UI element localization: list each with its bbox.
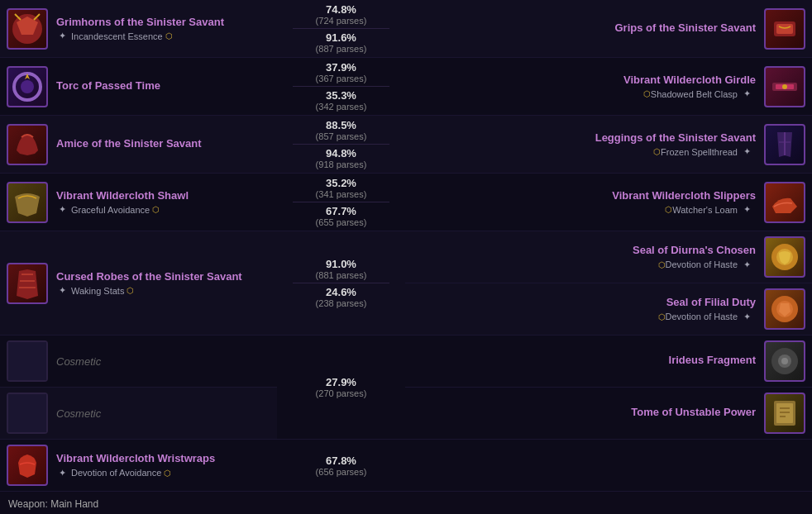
- gem-icon-8: ⬡: [658, 312, 666, 321]
- left-percent-2: 37.9%: [326, 61, 356, 74]
- enchant-icon-7: ✦: [741, 259, 752, 270]
- left-item-shawl: Vibrant Wildercloth Shawl ✦ Graceful Avo…: [0, 174, 277, 231]
- left-item-amice: Amice of the Sinister Savant: [0, 116, 277, 173]
- girdle-icon: [764, 66, 805, 107]
- right-percent-1: 91.6%: [326, 31, 356, 44]
- svg-point-7: [782, 84, 787, 89]
- shawl-name: Vibrant Wildercloth Shawl: [56, 189, 270, 202]
- irideus-name: Irideus Fragment: [412, 354, 756, 366]
- filial-name: Seal of Filial Duty: [412, 296, 756, 308]
- left-parses-5: (881 parses): [316, 270, 367, 280]
- wristwraps-stats: 67.8% (656 parses): [277, 440, 405, 491]
- grimhorns-enchant: ✦ Incandescent Essence ⬡: [56, 31, 270, 42]
- girdle-name: Vibrant Wildercloth Girdle: [412, 74, 756, 86]
- slippers-enchant: ⬡ Watcher's Loam ✦: [412, 204, 756, 216]
- row-6: Cosmetic Cosmetic 27.9% (270 parses): [0, 336, 812, 440]
- irideus-info: Irideus Fragment: [412, 354, 756, 369]
- tome-info: Tome of Unstable Power: [412, 406, 756, 421]
- right-percent-4: 67.7%: [326, 205, 356, 217]
- wristwraps-icon: [7, 445, 48, 486]
- slippers-icon: [764, 182, 805, 223]
- row-3: Amice of the Sinister Savant 88.5% (857 …: [0, 116, 812, 174]
- right-parses-2: (342 parses): [316, 102, 367, 112]
- right-percent-2: 35.3%: [326, 89, 356, 102]
- left-parses-4: (341 parses): [316, 189, 367, 199]
- torc-icon: [7, 66, 48, 107]
- svg-rect-2: [776, 24, 793, 34]
- right-item-girdle: Vibrant Wildercloth Girdle ⬡ Shadowed Be…: [405, 58, 812, 115]
- filial-icon: [764, 288, 805, 330]
- leggings-name: Leggings of the Sinister Savant: [412, 131, 756, 144]
- enchant-icon-5: ✦: [741, 204, 752, 216]
- enchant-icon-6: ✦: [56, 285, 68, 297]
- girdle-enchant: ⬡ Shadowed Belt Clasp ✦: [412, 88, 756, 100]
- cosmetic-2-icon: [7, 393, 48, 434]
- gem-icon-9: ⬡: [164, 469, 171, 478]
- cosmetic-1-row: Cosmetic: [0, 336, 277, 388]
- gem-icon-6: ⬡: [127, 286, 134, 295]
- enchant-icon: ✦: [56, 31, 68, 42]
- cosmetic-1-label: Cosmetic: [56, 355, 101, 368]
- wristwraps-info: Vibrant Wildercloth Wristwraps ✦ Devotio…: [56, 452, 270, 478]
- svg-point-16: [781, 358, 788, 364]
- cosmetic-2-label: Cosmetic: [56, 407, 101, 420]
- left-item-wristwraps: Vibrant Wildercloth Wristwraps ✦ Devotio…: [0, 440, 277, 491]
- row-4: Vibrant Wildercloth Shawl ✦ Graceful Avo…: [0, 174, 812, 231]
- svg-rect-18: [776, 403, 793, 423]
- slippers-info: Vibrant Wildercloth Slippers ⬡ Watcher's…: [412, 189, 756, 216]
- torc-info: Torc of Passed Time: [56, 79, 270, 94]
- amice-icon: [7, 124, 48, 165]
- center-stats-1: 74.8% (724 parses) 91.6% (887 parses): [277, 0, 405, 57]
- grips-name: Grips of the Sinister Savant: [412, 21, 756, 34]
- shawl-enchant: ✦ Graceful Avoidance ⬡: [56, 204, 270, 216]
- gem-icon-5: ⬡: [665, 205, 672, 214]
- left-percent-5: 91.0%: [326, 258, 356, 270]
- grimhorns-icon: [7, 8, 48, 50]
- right-parses-6: (270 parses): [316, 388, 367, 398]
- gem-icon-7: ⬡: [658, 260, 666, 269]
- right-diurna: Seal of Diurna's Chosen ⬡ Devotion of Ha…: [405, 231, 812, 283]
- shawl-info: Vibrant Wildercloth Shawl ✦ Graceful Avo…: [56, 189, 270, 216]
- wristwraps-name: Vibrant Wildercloth Wristwraps: [56, 452, 270, 464]
- cosmetic-2-row: Cosmetic: [0, 388, 277, 439]
- robes-enchant: ✦ Waking Stats ⬡: [56, 285, 270, 297]
- gem-icon: ⬡: [165, 31, 173, 40]
- wristwraps-parses: (656 parses): [316, 467, 367, 477]
- robes-name: Cursed Robes of the Sinister Savant: [56, 270, 270, 283]
- enchant-icon-9: ✦: [56, 467, 68, 478]
- leggings-icon: [764, 124, 805, 165]
- center-stats-2: 37.9% (367 parses) 35.3% (342 parses): [277, 58, 405, 115]
- right-parses-3: (918 parses): [316, 159, 367, 169]
- wristwraps-enchant: ✦ Devotion of Avoidance ⬡: [56, 467, 270, 478]
- left-percent-4: 35.2%: [326, 177, 356, 189]
- cosmetic-1-icon: [7, 340, 48, 382]
- left-item-robes: Cursed Robes of the Sinister Savant ✦ Wa…: [0, 231, 277, 335]
- amice-info: Amice of the Sinister Savant: [56, 137, 270, 152]
- right-parses-5: (238 parses): [316, 298, 367, 308]
- gem-icon-3: ⬡: [653, 147, 661, 156]
- left-parses-2: (367 parses): [316, 74, 367, 83]
- right-percent-3: 94.8%: [326, 147, 356, 159]
- girdle-info: Vibrant Wildercloth Girdle ⬡ Shadowed Be…: [412, 74, 756, 100]
- robes-info: Cursed Robes of the Sinister Savant ✦ Wa…: [56, 270, 270, 297]
- weapon-label: Weapon: Main Hand: [0, 492, 812, 514]
- right-item-grips: Grips of the Sinister Savant: [405, 0, 812, 57]
- right-parses-1: (887 parses): [316, 44, 367, 54]
- enchant-icon-2: ✦: [741, 88, 752, 100]
- right-percent-6: 27.9%: [326, 376, 356, 388]
- row-5: Cursed Robes of the Sinister Savant ✦ Wa…: [0, 231, 812, 336]
- gem-icon-4: ⬡: [152, 205, 160, 214]
- grimhorns-name: Grimhorns of the Sinister Savant: [56, 16, 270, 28]
- svg-point-4: [21, 80, 34, 93]
- grips-info: Grips of the Sinister Savant: [412, 21, 756, 36]
- row-7: Vibrant Wildercloth Wristwraps ✦ Devotio…: [0, 440, 812, 492]
- center-stats-6: 27.9% (270 parses): [277, 336, 405, 439]
- amice-name: Amice of the Sinister Savant: [56, 137, 270, 150]
- enchant-icon-4: ✦: [56, 204, 68, 216]
- right-filial: Seal of Filial Duty ⬡ Devotion of Haste …: [405, 283, 812, 335]
- right-percent-5: 24.6%: [326, 286, 356, 298]
- irideus-icon: [764, 340, 805, 382]
- right-double-2: Irideus Fragment Tome of Unstable Power: [405, 336, 812, 439]
- left-parses-3: (857 parses): [316, 131, 367, 141]
- diurna-icon: [764, 236, 805, 278]
